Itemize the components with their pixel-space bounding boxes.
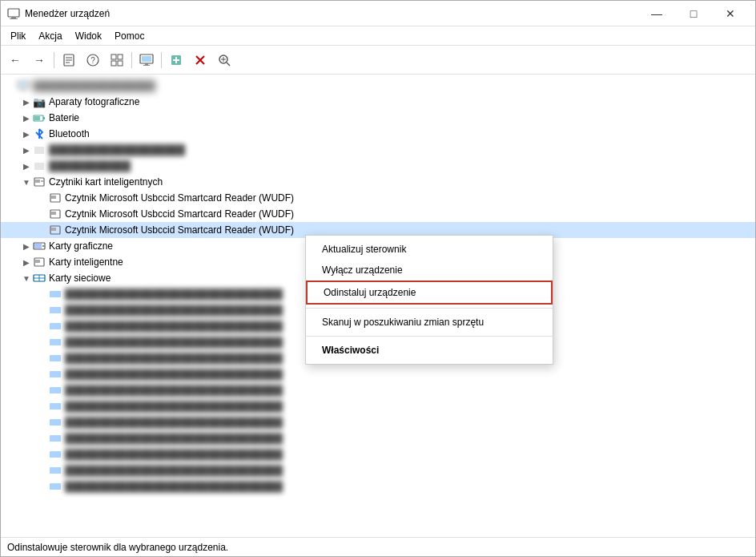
net7-label: ████████████████████████████████ [65,385,283,396]
karty-siec-icon [33,272,46,285]
back-button[interactable]: ← [4,49,26,71]
karty-graf-expand: ▶ [20,242,33,251]
net-item-11[interactable]: ████████████████████████████████ [1,446,755,462]
toolbar-sep-2 [131,52,132,68]
svg-rect-33 [34,147,44,154]
svg-rect-52 [50,291,61,297]
net11-icon [49,448,62,461]
czytniki-icon [33,176,46,188]
ctx-aktualizuj[interactable]: Aktualizuj sterownik [306,239,553,260]
svg-rect-48 [35,260,40,263]
svg-rect-34 [34,163,44,170]
view-button[interactable] [106,49,128,71]
svg-rect-46 [42,245,44,247]
net12-label: ████████████████████████████████ [65,465,283,476]
net-item-9[interactable]: ████████████████████████████████ [1,414,755,430]
net-item-12[interactable]: ████████████████████████████████ [1,462,755,478]
svg-rect-43 [51,228,56,231]
menu-akcja[interactable]: Akcja [32,29,68,43]
tree-item-aparaty[interactable]: ▶ 📷 Aparaty fotograficzne [1,94,755,110]
content-area: ██████████████████ ▶ 📷 Aparaty fotografi… [1,75,755,537]
ctx-wlasciwosci[interactable]: Właściwości [306,340,553,361]
svg-rect-63 [50,467,61,474]
properties-button[interactable] [58,49,80,71]
net4-label: ████████████████████████████████ [65,337,283,348]
net6-icon [49,368,62,381]
svg-rect-31 [43,117,45,119]
tree-item-czytnik2[interactable]: Czytnik Microsoft Usbccid Smartcard Read… [1,206,755,222]
net8-icon [49,400,62,413]
forward-button[interactable]: → [28,49,50,71]
svg-rect-27 [19,82,27,87]
czytnik3-icon [49,224,62,236]
svg-rect-41 [51,212,56,215]
czytnik2-label: Czytnik Microsoft Usbccid Smartcard Read… [65,208,294,220]
tree-item-czytniki[interactable]: ▼ Czytniki kart inteligentnych [1,174,755,190]
net10-icon [49,432,62,445]
svg-text:?: ? [90,56,95,65]
ctx-wylacz[interactable]: Wyłącz urządzenie [306,260,553,281]
camera-icon: 📷 [33,95,46,108]
blurred1-expand: ▶ [20,146,33,155]
tree-item-czytnik1[interactable]: Czytnik Microsoft Usbccid Smartcard Read… [1,190,755,206]
device-tree[interactable]: ██████████████████ ▶ 📷 Aparaty fotografi… [1,75,755,537]
svg-rect-54 [50,323,61,329]
net-item-13[interactable]: ████████████████████████████████ [1,478,755,494]
svg-rect-60 [50,419,61,426]
tree-root[interactable]: ██████████████████ [1,78,755,94]
svg-rect-36 [35,180,40,183]
statusbar: Odinstalowuje sterownik dla wybranego ur… [1,537,755,556]
net-item-6[interactable]: ████████████████████████████████ [1,366,755,382]
czytniki-expand: ▼ [20,178,33,187]
net-item-7[interactable]: ████████████████████████████████ [1,382,755,398]
close-button[interactable]: ✕ [712,1,749,26]
tree-item-blurred2[interactable]: ▶ ████████████ [1,158,755,174]
svg-rect-2 [10,18,18,19]
ctx-skanuj[interactable]: Skanuj w poszukiwaniu zmian sprzętu [306,312,553,333]
tree-item-blurred1[interactable]: ▶ ████████████████████ [1,142,755,158]
net-item-10[interactable]: ████████████████████████████████ [1,430,755,446]
blurred2-icon [33,159,46,172]
remove-button[interactable] [189,49,211,71]
titlebar-icon [7,7,20,20]
net6-label: ████████████████████████████████ [65,369,283,380]
svg-rect-14 [142,56,151,62]
battery-icon [33,111,46,124]
baterie-label: Baterie [49,112,79,123]
status-text: Odinstalowuje sterownik dla wybranego ur… [7,542,228,553]
ctx-separator [306,308,553,309]
maximize-button[interactable]: □ [675,1,712,26]
blurred1-icon [33,143,46,156]
svg-rect-11 [111,61,116,66]
menubar: Plik Akcja Widok Pomoc [1,26,755,46]
net8-label: ████████████████████████████████ [65,401,283,412]
tree-item-bluetooth[interactable]: ▶ Bluetooth [1,126,755,142]
net11-label: ████████████████████████████████ [65,449,283,460]
monitor-button[interactable] [135,49,158,71]
czytnik1-icon [49,192,62,204]
scan-button[interactable] [213,49,235,71]
svg-rect-1 [11,17,16,18]
help-button[interactable]: ? [82,49,104,71]
minimize-button[interactable]: — [638,1,675,26]
add-button[interactable] [165,49,187,71]
menu-pomoc[interactable]: Pomoc [108,29,151,43]
root-label: ██████████████████ [33,80,155,91]
svg-rect-39 [51,196,56,199]
svg-rect-61 [50,435,61,442]
menu-plik[interactable]: Plik [4,29,32,43]
baterie-expand: ▶ [20,114,33,123]
blurred1-label: ████████████████████ [49,144,185,155]
svg-rect-12 [118,61,123,66]
net-item-8[interactable]: ████████████████████████████████ [1,398,755,414]
net10-label: ████████████████████████████████ [65,433,283,444]
svg-rect-16 [143,65,150,66]
svg-rect-59 [50,403,61,410]
svg-rect-29 [20,90,26,91]
tree-item-baterie[interactable]: ▶ Baterie [1,110,755,126]
net1-icon [49,288,62,301]
ctx-odinstaluj[interactable]: Odinstaluj urządzenie [306,281,553,305]
menu-widok[interactable]: Widok [69,29,108,43]
aparaty-label: Aparaty fotograficzne [49,96,139,107]
net9-label: ████████████████████████████████ [65,417,283,428]
